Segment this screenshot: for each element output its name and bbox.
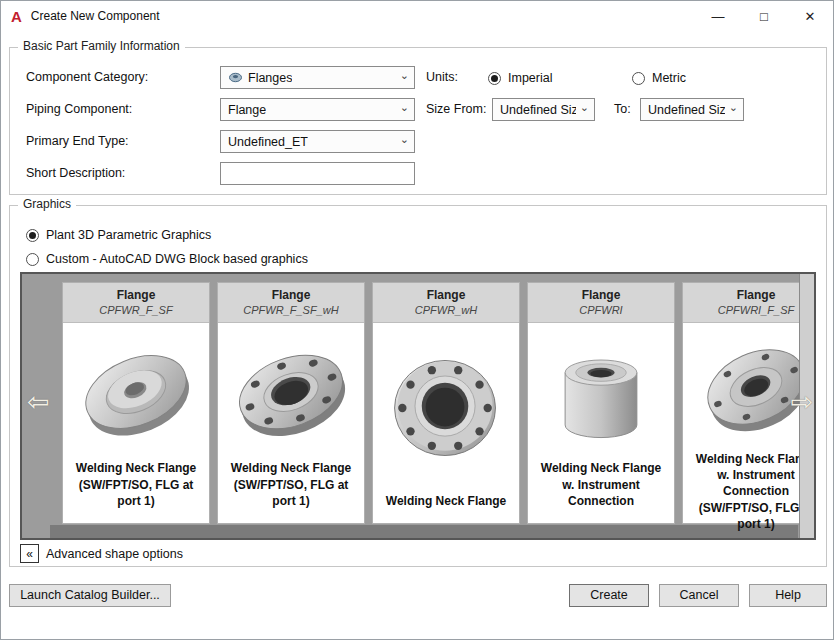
chevron-down-icon: ⌄ <box>580 101 589 114</box>
autocad-logo-icon: A <box>11 9 22 24</box>
chevron-down-icon: ⌄ <box>729 101 738 114</box>
primary-end-type-value: Undefined_ET <box>228 135 308 149</box>
close-button[interactable]: ✕ <box>787 1 833 31</box>
card-description: Welding Neck Flange w. Instrument Connec… <box>683 451 816 540</box>
card-header: Flange CPFWRI_F_SF <box>683 283 816 323</box>
radio-button-icon[interactable] <box>26 229 39 242</box>
advanced-options-label: Advanced shape options <box>46 545 183 564</box>
shape-cards-strip: Flange CPFWR_F_SF <box>62 282 816 524</box>
size-to-label: To: <box>614 98 631 121</box>
card-header: Flange CPFWR_F_SF_wH <box>218 283 364 323</box>
size-to-dropdown[interactable]: Undefined Size ⌄ <box>640 98 744 121</box>
card-title: Flange <box>220 288 362 302</box>
size-from-label: Size From: <box>426 98 486 121</box>
card-code: CPFWR_wH <box>375 304 517 316</box>
maximize-button[interactable]: □ <box>741 1 787 31</box>
shape-carousel: ⇦ ⇨ Flange CPFWR_F_SF <box>20 272 816 540</box>
units-label: Units: <box>426 66 458 89</box>
component-category-value: Flanges <box>248 71 292 85</box>
piping-component-label: Piping Component: <box>26 98 132 121</box>
card-title: Flange <box>65 288 207 302</box>
parametric-graphics-radio[interactable]: Plant 3D Parametric Graphics <box>26 228 211 242</box>
advanced-options-toggle[interactable]: « <box>20 544 39 563</box>
basic-part-family-group: Basic Part Family Information Component … <box>9 47 827 195</box>
minimize-button[interactable]: — <box>695 1 741 31</box>
radio-button-icon[interactable] <box>488 72 501 85</box>
primary-end-type-dropdown[interactable]: Undefined_ET ⌄ <box>220 130 415 153</box>
chevron-down-icon: ⌄ <box>400 69 409 82</box>
launch-catalog-builder-button[interactable]: Launch Catalog Builder... <box>9 584 171 607</box>
scroll-left-arrow-icon[interactable]: ⇦ <box>27 386 50 418</box>
flange-3d-image <box>528 323 674 460</box>
flange-3d-image <box>218 323 364 460</box>
card-code: CPFWRI_F_SF <box>685 304 816 316</box>
graphics-group: Graphics Plant 3D Parametric Graphics Cu… <box>9 205 827 567</box>
piping-component-value: Flange <box>228 103 266 117</box>
size-from-dropdown[interactable]: Undefined Size ⌄ <box>492 98 595 121</box>
component-category-label: Component Category: <box>26 66 148 89</box>
create-button[interactable]: Create <box>569 584 649 607</box>
units-imperial-label[interactable]: Imperial <box>508 71 552 85</box>
card-code: CPFWRI <box>530 304 672 316</box>
group-legend: Basic Part Family Information <box>18 39 185 53</box>
scroll-right-arrow-icon[interactable]: ⇨ <box>790 386 813 418</box>
units-metric-label[interactable]: Metric <box>652 71 686 85</box>
card-title: Flange <box>685 288 816 302</box>
short-description-input[interactable] <box>220 162 415 185</box>
dialog-window: A Create New Component — □ ✕ Basic Part … <box>0 0 834 640</box>
shape-card-cpfwri[interactable]: Flange CPFWRI <box>527 282 675 524</box>
units-imperial-radio[interactable]: Imperial <box>488 71 552 85</box>
short-description-label: Short Description: <box>26 162 125 185</box>
radio-button-icon[interactable] <box>632 72 645 85</box>
card-description: Welding Neck Flange w. Instrument Connec… <box>528 460 674 523</box>
card-title: Flange <box>375 288 517 302</box>
help-button[interactable]: Help <box>749 584 827 607</box>
group-legend: Graphics <box>18 197 76 211</box>
window-controls: — □ ✕ <box>695 1 833 31</box>
primary-end-type-label: Primary End Type: <box>26 130 129 153</box>
card-code: CPFWR_F_SF <box>65 304 207 316</box>
card-title: Flange <box>530 288 672 302</box>
card-code: CPFWR_F_SF_wH <box>220 304 362 316</box>
card-header: Flange CPFWRI <box>528 283 674 323</box>
titlebar: A Create New Component — □ ✕ <box>1 1 833 31</box>
shape-card-cpfwr-f-sf[interactable]: Flange CPFWR_F_SF <box>62 282 210 524</box>
parametric-graphics-label[interactable]: Plant 3D Parametric Graphics <box>46 228 211 242</box>
custom-graphics-radio[interactable]: Custom - AutoCAD DWG Block based graphic… <box>26 252 308 266</box>
custom-graphics-label[interactable]: Custom - AutoCAD DWG Block based graphic… <box>46 252 308 266</box>
card-description: Welding Neck Flange (SW/FPT/SO, FLG at p… <box>63 460 209 523</box>
card-description: Welding Neck Flange (SW/FPT/SO, FLG at p… <box>218 460 364 523</box>
cancel-button[interactable]: Cancel <box>659 584 739 607</box>
shape-card-cpfwr-wh[interactable]: Flange CPFWR_wH <box>372 282 520 524</box>
component-category-dropdown[interactable]: Flanges ⌄ <box>220 66 415 89</box>
radio-button-icon[interactable] <box>26 253 39 266</box>
chevron-down-icon: ⌄ <box>400 101 409 114</box>
size-to-value: Undefined Size <box>648 103 725 117</box>
card-header: Flange CPFWR_F_SF <box>63 283 209 323</box>
size-from-value: Undefined Size <box>500 103 576 117</box>
flange-3d-image <box>63 323 209 460</box>
units-metric-radio[interactable]: Metric <box>632 71 686 85</box>
card-header: Flange CPFWR_wH <box>373 283 519 323</box>
shape-card-cpfwr-f-sf-wh[interactable]: Flange CPFWR_F_SF_wH <box>217 282 365 524</box>
window-title: Create New Component <box>31 9 160 23</box>
chevron-down-icon: ⌄ <box>400 133 409 146</box>
flange-icon <box>228 71 243 84</box>
flange-3d-image <box>373 323 519 493</box>
card-description: Welding Neck Flange <box>373 493 519 523</box>
piping-component-dropdown[interactable]: Flange ⌄ <box>220 98 415 121</box>
